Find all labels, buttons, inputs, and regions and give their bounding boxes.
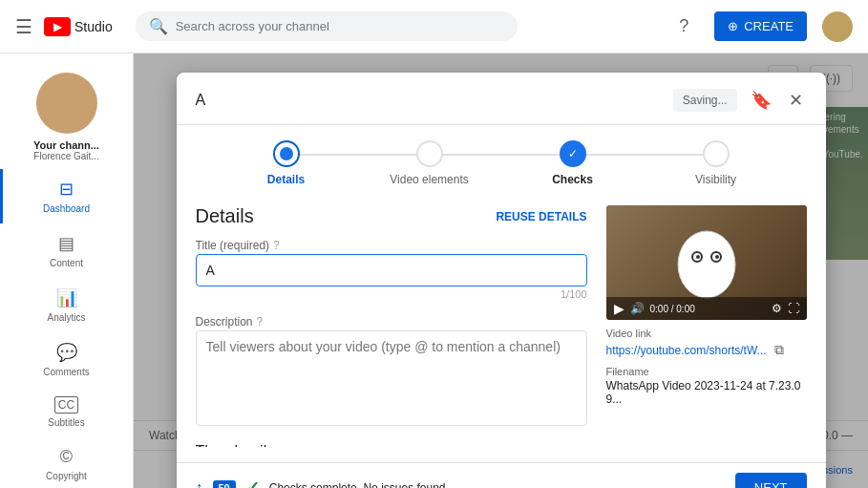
step-label-checks: Checks — [552, 173, 593, 186]
help-button[interactable]: ? — [668, 11, 699, 42]
video-link-label: Video link — [606, 328, 807, 339]
video-controls: ▶ 🔊 0:00 / 0:00 ⚙ ⛶ — [606, 297, 807, 320]
sidebar-item-subtitles[interactable]: CC Subtitles — [0, 387, 133, 437]
dialog-right: ▶ 🔊 0:00 / 0:00 ⚙ ⛶ Video link http — [606, 198, 807, 447]
filename-label: Filename — [606, 366, 807, 377]
filename-value: WhatsApp Video 2023-11-24 at 7.23.09... — [606, 379, 807, 406]
step-video-elements: Video elements — [358, 140, 501, 186]
profile-avatar — [36, 73, 97, 134]
volume-icon[interactable]: 🔊 — [630, 302, 645, 315]
saving-button[interactable]: Saving... — [673, 89, 737, 112]
svg-point-4 — [715, 255, 719, 259]
next-button[interactable]: NEXT — [735, 473, 807, 488]
svg-point-3 — [696, 255, 700, 259]
video-link-value-row: https://youtube.com/shorts/tW... ⧉ — [606, 341, 807, 358]
create-plus-icon: ⊕ — [728, 19, 738, 33]
dialog-header: A Saving... 🔖 ✕ — [177, 73, 826, 125]
settings-video-icon[interactable]: ⚙ — [772, 302, 782, 315]
sidebar-item-content[interactable]: ▤ Content — [0, 223, 133, 278]
main-area: ↑ ((·)) ‹ 1 / 2 › coveringmovements &on … — [134, 53, 868, 488]
sidebar-item-comments[interactable]: 💬 Comments — [0, 332, 133, 387]
comments-label: Comments — [43, 367, 89, 377]
title-help-icon[interactable]: ? — [273, 239, 280, 252]
dialog-title: A — [196, 92, 206, 109]
bookmark-button[interactable]: 🔖 — [747, 86, 775, 115]
section-header: Details REUSE DETAILS — [196, 205, 587, 227]
desc-label-row: Description ? — [196, 315, 587, 329]
copy-icon[interactable]: ⧉ — [774, 342, 784, 357]
upload-icon[interactable]: ↑ — [196, 479, 203, 489]
dialog-left: Details REUSE DETAILS Title (required) ?… — [196, 198, 587, 447]
analytics-label: Analytics — [47, 312, 85, 323]
title-label-row: Title (required) ? — [196, 239, 587, 252]
svg-point-0 — [678, 231, 735, 298]
sidebar-item-copyright[interactable]: © Copyright — [0, 437, 133, 488]
time-display: 0:00 / 0:00 — [650, 304, 766, 314]
sidebar-item-analytics[interactable]: 📊 Analytics — [0, 278, 133, 332]
step-label-visibility: Visibility — [695, 173, 736, 186]
search-icon: 🔍 — [149, 17, 168, 35]
title-label: Title (required) — [196, 239, 270, 252]
avatar[interactable] — [822, 11, 853, 42]
dashboard-icon: ⊟ — [59, 179, 74, 200]
desc-field: Description ? — [196, 315, 587, 430]
yt-icon — [44, 17, 71, 36]
brand-label: Studio — [74, 19, 113, 34]
dialog-footer: ↑ 50 ✓ Checks complete. No issues found.… — [177, 462, 826, 488]
video-preview: ▶ 🔊 0:00 / 0:00 ⚙ ⛶ — [606, 205, 807, 320]
steps-bar: Details Video elements ✓ Checks — [177, 125, 826, 198]
dashboard-label: Dashboard — [43, 203, 90, 214]
desc-input[interactable] — [196, 330, 587, 426]
step-circle-checks: ✓ — [560, 140, 586, 167]
create-button[interactable]: ⊕ CREATE — [714, 11, 807, 41]
char-count: 1/100 — [196, 286, 587, 302]
section-title: Details — [196, 205, 254, 227]
desc-label: Description — [196, 315, 253, 329]
filename-row: Filename WhatsApp Video 2023-11-24 at 7.… — [606, 366, 807, 406]
fullscreen-icon[interactable]: ⛶ — [788, 302, 799, 315]
copyright-icon: © — [60, 447, 73, 467]
profile-name: Your chann... — [11, 139, 121, 151]
content-label: Content — [50, 258, 83, 268]
close-button[interactable]: ✕ — [785, 86, 807, 115]
sidebar-items: ⊟ Dashboard ▤ Content 📊 Analytics 💬 Comm… — [0, 169, 133, 488]
step-label-video-elements: Video elements — [390, 173, 469, 186]
search-bar[interactable]: 🔍 — [136, 11, 518, 41]
subtitles-icon: CC — [54, 396, 78, 414]
sidebar-item-dashboard[interactable]: ⊟ Dashboard — [0, 169, 133, 223]
reuse-details-button[interactable]: REUSE DETAILS — [496, 210, 586, 223]
comments-icon: 💬 — [56, 342, 77, 363]
dialog-header-actions: Saving... 🔖 ✕ — [673, 86, 807, 115]
thumbnail-label: Thumbnail — [196, 443, 267, 447]
video-link-value[interactable]: https://youtube.com/shorts/tW... — [606, 344, 767, 357]
dialog: A Saving... 🔖 ✕ Details — [177, 73, 826, 488]
step-visibility: Visibility — [645, 140, 788, 186]
step-label-details: Details — [267, 173, 305, 186]
topbar: ☰ Studio 🔍 ? ⊕ CREATE — [0, 0, 868, 53]
smiley-svg — [673, 224, 740, 301]
topbar-right: ? ⊕ CREATE — [668, 11, 853, 42]
sidebar-profile: Your chann... Florence Gait... — [0, 61, 133, 169]
thumbnail-section: Thumbnail — [196, 443, 587, 447]
step-details: Details — [215, 140, 358, 186]
play-button[interactable]: ▶ — [614, 301, 625, 316]
hamburger-icon[interactable]: ☰ — [15, 15, 32, 38]
profile-sub: Florence Gait... — [11, 151, 121, 161]
footer-left: ↑ 50 ✓ Checks complete. No issues found. — [196, 477, 449, 489]
create-label: CREATE — [744, 19, 794, 33]
desc-help-icon[interactable]: ? — [257, 315, 264, 329]
content-icon: ▤ — [58, 233, 74, 254]
layout: Your chann... Florence Gait... ⊟ Dashboa… — [0, 53, 868, 488]
youtube-logo: Studio — [44, 17, 113, 36]
overlay-backdrop: A Saving... 🔖 ✕ Details — [134, 53, 868, 488]
search-input[interactable] — [176, 19, 504, 33]
title-input[interactable] — [196, 254, 587, 286]
score-badge: 50 — [213, 480, 236, 489]
analytics-icon: 📊 — [56, 287, 77, 308]
subtitles-label: Subtitles — [48, 417, 84, 428]
step-checks: ✓ Checks — [501, 140, 645, 186]
video-link-row: Video link https://youtube.com/shorts/tW… — [606, 328, 807, 358]
footer-status: Checks complete. No issues found. — [269, 481, 449, 489]
dialog-body: Details REUSE DETAILS Title (required) ?… — [177, 198, 826, 462]
step-circle-visibility — [703, 140, 730, 167]
